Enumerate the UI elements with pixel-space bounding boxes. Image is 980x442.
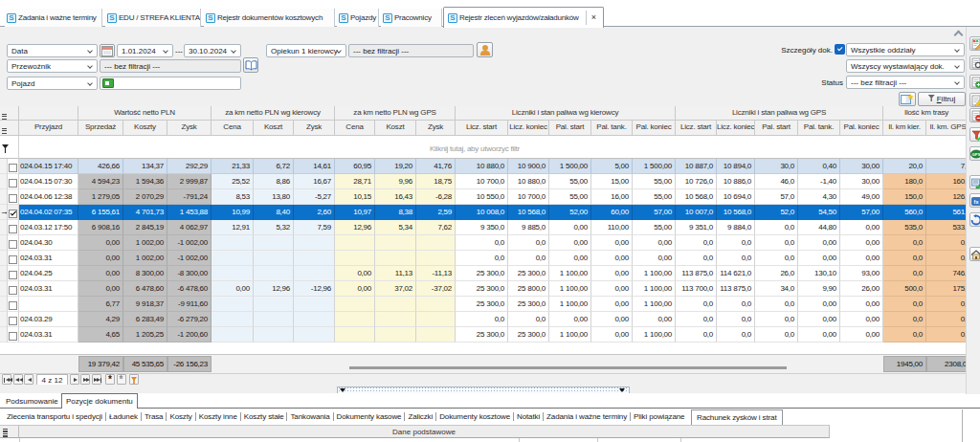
svg-text:GPS: GPS [972, 152, 980, 157]
